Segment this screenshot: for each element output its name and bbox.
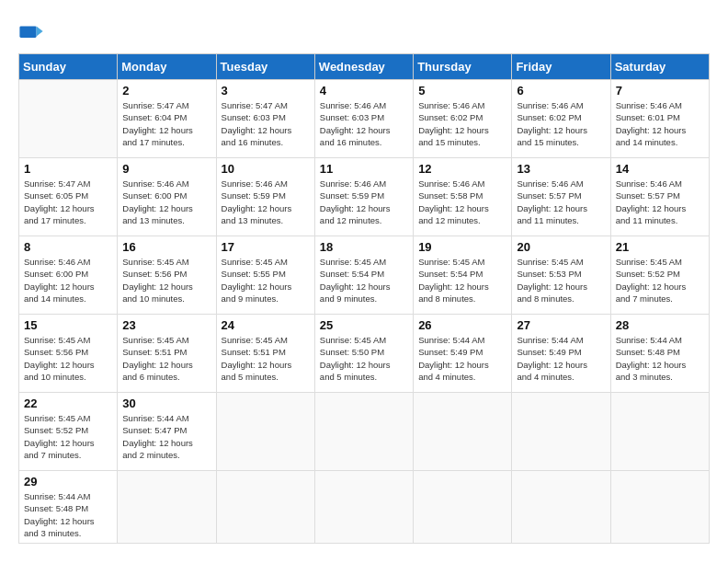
day-number: 8 — [24, 240, 112, 254]
day-number: 6 — [517, 84, 605, 98]
calendar-cell-w4d3 — [314, 393, 413, 471]
day-info: Sunrise: 5:47 AM Sunset: 6:04 PM Dayligh… — [122, 99, 210, 148]
day-number: 9 — [122, 162, 210, 176]
calendar-cell-w0d3: 4Sunrise: 5:46 AM Sunset: 6:03 PM Daylig… — [314, 80, 413, 158]
day-info: Sunrise: 5:44 AM Sunset: 5:48 PM Dayligh… — [616, 334, 704, 383]
logo-icon — [18, 18, 44, 44]
day-info: Sunrise: 5:46 AM Sunset: 6:00 PM Dayligh… — [24, 256, 112, 304]
day-info: Sunrise: 5:45 AM Sunset: 5:52 PM Dayligh… — [24, 412, 112, 461]
calendar-cell-w5d4 — [414, 471, 512, 544]
day-info: Sunrise: 5:44 AM Sunset: 5:49 PM Dayligh… — [517, 334, 605, 383]
calendar-cell-w4d5 — [512, 393, 610, 471]
day-info: Sunrise: 5:46 AM Sunset: 5:59 PM Dayligh… — [222, 178, 310, 226]
calendar-cell-w0d5: 6Sunrise: 5:46 AM Sunset: 6:02 PM Daylig… — [512, 80, 610, 158]
col-header-thursday: Thursday — [414, 54, 512, 80]
day-number: 29 — [24, 475, 112, 488]
day-number: 20 — [517, 240, 605, 254]
calendar-cell-w3d0: 15Sunrise: 5:45 AM Sunset: 5:56 PM Dayli… — [19, 315, 118, 393]
day-info: Sunrise: 5:46 AM Sunset: 6:01 PM Dayligh… — [616, 99, 704, 148]
svg-marker-1 — [37, 26, 43, 36]
day-info: Sunrise: 5:45 AM Sunset: 5:56 PM Dayligh… — [24, 334, 112, 383]
day-info: Sunrise: 5:46 AM Sunset: 6:03 PM Dayligh… — [320, 99, 408, 148]
day-number: 18 — [320, 240, 408, 254]
day-info: Sunrise: 5:46 AM Sunset: 5:57 PM Dayligh… — [616, 178, 704, 226]
day-number: 14 — [616, 162, 704, 176]
day-info: Sunrise: 5:45 AM Sunset: 5:54 PM Dayligh… — [320, 256, 408, 304]
day-info: Sunrise: 5:45 AM Sunset: 5:50 PM Dayligh… — [320, 334, 408, 383]
calendar-cell-w1d6: 14Sunrise: 5:46 AM Sunset: 5:57 PM Dayli… — [610, 158, 709, 236]
day-info: Sunrise: 5:45 AM Sunset: 5:54 PM Dayligh… — [418, 256, 506, 304]
calendar-cell-w3d3: 25Sunrise: 5:45 AM Sunset: 5:50 PM Dayli… — [314, 315, 413, 393]
calendar-cell-w1d5: 13Sunrise: 5:46 AM Sunset: 5:57 PM Dayli… — [512, 158, 610, 236]
day-info: Sunrise: 5:45 AM Sunset: 5:55 PM Dayligh… — [222, 256, 310, 304]
day-number: 4 — [320, 84, 408, 98]
calendar-cell-w2d0: 8Sunrise: 5:46 AM Sunset: 6:00 PM Daylig… — [19, 236, 118, 315]
calendar-cell-w2d3: 18Sunrise: 5:45 AM Sunset: 5:54 PM Dayli… — [314, 236, 413, 315]
day-number: 15 — [24, 318, 112, 332]
day-info: Sunrise: 5:45 AM Sunset: 5:51 PM Dayligh… — [122, 334, 210, 383]
day-info: Sunrise: 5:45 AM Sunset: 5:52 PM Dayligh… — [616, 256, 704, 304]
day-info: Sunrise: 5:46 AM Sunset: 5:58 PM Dayligh… — [418, 178, 506, 226]
day-number: 23 — [122, 318, 210, 332]
calendar-cell-w3d5: 27Sunrise: 5:44 AM Sunset: 5:49 PM Dayli… — [512, 315, 610, 393]
day-number: 28 — [616, 318, 704, 332]
calendar-cell-w0d2: 3Sunrise: 5:47 AM Sunset: 6:03 PM Daylig… — [216, 80, 314, 158]
day-info: Sunrise: 5:47 AM Sunset: 6:05 PM Dayligh… — [24, 178, 112, 226]
calendar-cell-w2d4: 19Sunrise: 5:45 AM Sunset: 5:54 PM Dayli… — [414, 236, 512, 315]
day-info: Sunrise: 5:44 AM Sunset: 5:48 PM Dayligh… — [24, 490, 112, 539]
col-header-friday: Friday — [512, 54, 610, 80]
day-info: Sunrise: 5:44 AM Sunset: 5:47 PM Dayligh… — [122, 412, 210, 461]
calendar-cell-w4d2 — [216, 393, 314, 471]
day-number: 16 — [122, 240, 210, 254]
col-header-saturday: Saturday — [610, 54, 709, 80]
day-info: Sunrise: 5:46 AM Sunset: 5:59 PM Dayligh… — [320, 178, 408, 226]
day-number: 1 — [24, 162, 112, 176]
calendar-cell-w0d1: 2Sunrise: 5:47 AM Sunset: 6:04 PM Daylig… — [118, 80, 216, 158]
calendar-cell-w4d1: 30Sunrise: 5:44 AM Sunset: 5:47 PM Dayli… — [118, 393, 216, 471]
calendar-cell-w5d0: 29Sunrise: 5:44 AM Sunset: 5:48 PM Dayli… — [19, 471, 118, 544]
calendar-cell-w5d1 — [118, 471, 216, 544]
day-number: 10 — [222, 162, 310, 176]
col-header-wednesday: Wednesday — [314, 54, 413, 80]
day-number: 30 — [122, 396, 210, 410]
calendar-cell-w1d1: 9Sunrise: 5:46 AM Sunset: 6:00 PM Daylig… — [118, 158, 216, 236]
calendar-cell-w2d5: 20Sunrise: 5:45 AM Sunset: 5:53 PM Dayli… — [512, 236, 610, 315]
calendar-cell-w4d4 — [414, 393, 512, 471]
calendar-cell-w5d6 — [610, 471, 709, 544]
calendar-cell-w1d0: 1Sunrise: 5:47 AM Sunset: 6:05 PM Daylig… — [19, 158, 118, 236]
calendar-cell-w1d2: 10Sunrise: 5:46 AM Sunset: 5:59 PM Dayli… — [216, 158, 314, 236]
day-info: Sunrise: 5:44 AM Sunset: 5:49 PM Dayligh… — [418, 334, 506, 383]
calendar-cell-w0d6: 7Sunrise: 5:46 AM Sunset: 6:01 PM Daylig… — [610, 80, 709, 158]
day-number: 24 — [222, 318, 310, 332]
day-number: 12 — [418, 162, 506, 176]
calendar-cell-w3d2: 24Sunrise: 5:45 AM Sunset: 5:51 PM Dayli… — [216, 315, 314, 393]
day-info: Sunrise: 5:46 AM Sunset: 6:02 PM Dayligh… — [517, 99, 605, 148]
day-number: 25 — [320, 318, 408, 332]
calendar-cell-w5d3 — [314, 471, 413, 544]
calendar-cell-w0d0 — [19, 80, 118, 158]
col-header-sunday: Sunday — [19, 54, 118, 80]
calendar-table: SundayMondayTuesdayWednesdayThursdayFrid… — [18, 53, 710, 544]
svg-rect-0 — [19, 26, 36, 38]
day-number: 2 — [122, 84, 210, 98]
day-number: 11 — [320, 162, 408, 176]
day-number: 26 — [418, 318, 506, 332]
calendar-cell-w4d6 — [610, 393, 709, 471]
day-number: 5 — [418, 84, 506, 98]
col-header-monday: Monday — [118, 54, 216, 80]
day-number: 21 — [616, 240, 704, 254]
day-number: 19 — [418, 240, 506, 254]
calendar-cell-w3d4: 26Sunrise: 5:44 AM Sunset: 5:49 PM Dayli… — [414, 315, 512, 393]
calendar-cell-w2d1: 16Sunrise: 5:45 AM Sunset: 5:56 PM Dayli… — [118, 236, 216, 315]
day-number: 3 — [222, 84, 310, 98]
calendar-cell-w0d4: 5Sunrise: 5:46 AM Sunset: 6:02 PM Daylig… — [414, 80, 512, 158]
day-info: Sunrise: 5:45 AM Sunset: 5:53 PM Dayligh… — [517, 256, 605, 304]
day-info: Sunrise: 5:45 AM Sunset: 5:51 PM Dayligh… — [222, 334, 310, 383]
calendar-cell-w4d0: 22Sunrise: 5:45 AM Sunset: 5:52 PM Dayli… — [19, 393, 118, 471]
day-number: 27 — [517, 318, 605, 332]
logo — [18, 18, 48, 44]
day-info: Sunrise: 5:46 AM Sunset: 6:02 PM Dayligh… — [418, 99, 506, 148]
day-number: 7 — [616, 84, 704, 98]
calendar-cell-w5d5 — [512, 471, 610, 544]
day-number: 13 — [517, 162, 605, 176]
